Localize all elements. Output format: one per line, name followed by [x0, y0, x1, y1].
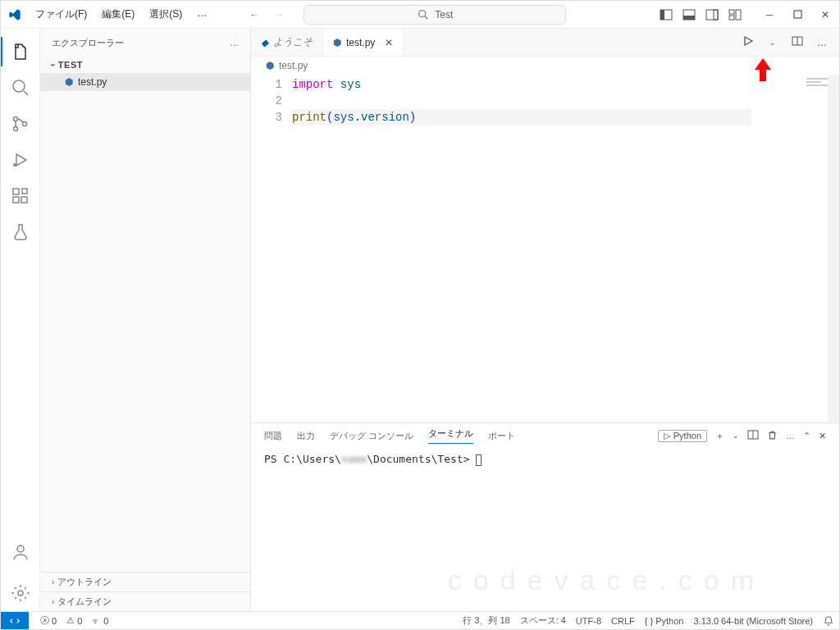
svg-rect-19	[13, 189, 19, 194]
tab-current-file[interactable]: ⬢ test.py ✕	[323, 29, 404, 56]
status-language[interactable]: { } Python	[640, 616, 689, 626]
layout-sidebar-left-icon[interactable]	[655, 4, 677, 25]
svg-point-18	[13, 163, 16, 167]
svg-point-16	[22, 122, 26, 126]
editor-more-icon[interactable]: …	[813, 37, 831, 48]
svg-rect-22	[22, 189, 27, 194]
svg-line-1	[425, 16, 427, 19]
menu-file[interactable]: ファイル(F)	[29, 4, 94, 25]
nav-back-icon[interactable]: ←	[246, 9, 262, 21]
activity-account-icon[interactable]	[1, 534, 40, 570]
status-eol[interactable]: CRLF	[606, 616, 640, 626]
sidebar-outline[interactable]: ›アウトライン	[40, 572, 250, 591]
activity-debug-icon[interactable]	[1, 142, 40, 178]
close-tab-icon[interactable]: ✕	[385, 37, 393, 48]
svg-point-23	[17, 546, 24, 552]
breadcrumb-file[interactable]: test.py	[279, 60, 308, 71]
activity-explorer-icon[interactable]	[1, 34, 40, 70]
activity-search-icon[interactable]	[1, 70, 40, 106]
panel-maximize-icon[interactable]: ⌃	[803, 431, 810, 441]
svg-point-12	[13, 80, 25, 92]
svg-rect-3	[660, 10, 664, 20]
status-errors[interactable]: ⓧ0	[35, 614, 62, 627]
layout-sidebar-right-icon[interactable]	[701, 4, 723, 25]
activity-settings-icon[interactable]	[1, 575, 40, 611]
svg-rect-9	[736, 10, 741, 20]
window-minimize-icon[interactable]: ─	[756, 1, 783, 29]
folder-root[interactable]: ›TEST	[40, 57, 250, 73]
activity-testing-icon[interactable]	[1, 214, 40, 250]
svg-rect-5	[683, 16, 695, 20]
scrollbar[interactable]	[828, 75, 839, 422]
panel-tab-output[interactable]: 出力	[297, 430, 315, 442]
status-warnings[interactable]: ⚠0	[62, 615, 87, 626]
svg-line-13	[24, 91, 28, 95]
svg-rect-11	[794, 11, 801, 18]
new-terminal-icon[interactable]: ＋	[715, 430, 724, 442]
remote-indicator[interactable]	[1, 612, 29, 630]
vscode-logo-icon	[1, 8, 29, 21]
status-cursor-position[interactable]: 行 3、列 18	[458, 614, 514, 627]
line-gutter: 1 2 3	[251, 75, 292, 422]
svg-marker-17	[16, 154, 26, 166]
panel-more-icon[interactable]: …	[786, 431, 795, 441]
svg-rect-21	[21, 197, 27, 203]
panel-tab-debug[interactable]: デバッグ コンソール	[330, 430, 413, 442]
svg-rect-7	[714, 10, 718, 20]
sidebar-timeline[interactable]: ›タイムライン	[40, 591, 250, 611]
kill-terminal-icon[interactable]	[767, 430, 778, 442]
activity-extensions-icon[interactable]	[1, 178, 40, 214]
status-interpreter[interactable]: 3.13.0 64-bit (Microsoft Store)	[688, 616, 818, 626]
svg-point-14	[13, 117, 17, 121]
terminal-content[interactable]: PS C:\Users\name\Documents\Test>	[251, 448, 839, 471]
vscode-icon: ◆	[261, 37, 268, 48]
nav-forward-icon[interactable]: →	[271, 9, 287, 21]
layout-panel-icon[interactable]	[678, 4, 700, 25]
code-editor[interactable]: 1 2 3 import sys print(sys.version)	[251, 75, 839, 422]
panel-close-icon[interactable]: ✕	[819, 431, 826, 441]
svg-rect-6	[706, 10, 718, 20]
split-terminal-icon[interactable]	[747, 429, 759, 442]
menu-edit[interactable]: 編集(E)	[95, 4, 141, 25]
svg-point-15	[13, 127, 17, 131]
terminal-dropdown-icon[interactable]: ⌄	[733, 431, 739, 440]
chevron-down-icon: ›	[48, 64, 57, 67]
split-editor-icon[interactable]	[788, 35, 806, 49]
status-notifications-icon[interactable]	[818, 615, 839, 627]
window-close-icon[interactable]: ✕	[811, 1, 839, 29]
shell-icon: ▷	[664, 431, 670, 441]
panel-tab-ports[interactable]: ポート	[488, 430, 515, 442]
terminal-cursor	[476, 454, 482, 466]
chevron-right-icon: ›	[52, 578, 54, 587]
python-file-icon: ⬢	[333, 37, 341, 48]
chevron-right-icon: ›	[52, 597, 54, 606]
sidebar-more-icon[interactable]: …	[230, 38, 239, 48]
menu-more[interactable]: …	[190, 4, 213, 25]
run-button[interactable]	[739, 35, 757, 49]
window-maximize-icon[interactable]	[783, 1, 811, 29]
svg-marker-25	[745, 37, 752, 45]
code-content[interactable]: import sys print(sys.version)	[292, 75, 839, 422]
status-ports[interactable]: ᯤ0	[87, 616, 113, 626]
tab-welcome[interactable]: ◆ ようこそ	[251, 29, 323, 56]
command-center[interactable]: Test	[304, 5, 566, 25]
svg-rect-20	[13, 197, 19, 203]
antenna-icon: ᯤ	[92, 616, 101, 626]
search-text: Test	[435, 9, 453, 21]
run-dropdown-icon[interactable]: ⌄	[764, 39, 782, 47]
menu-select[interactable]: 選択(S)	[143, 4, 189, 25]
error-icon: ⓧ	[40, 614, 49, 627]
file-item[interactable]: ⬢ test.py	[40, 73, 250, 91]
panel-tab-problems[interactable]: 問題	[264, 430, 282, 442]
activity-scm-icon[interactable]	[1, 106, 40, 142]
warning-icon: ⚠	[66, 615, 75, 626]
sidebar-title: エクスプローラー	[52, 37, 124, 49]
status-encoding[interactable]: UTF-8	[571, 616, 606, 626]
status-indentation[interactable]: スペース: 4	[515, 614, 571, 627]
customize-layout-icon[interactable]	[724, 4, 746, 25]
svg-point-24	[18, 591, 23, 596]
svg-rect-8	[729, 10, 734, 14]
terminal-shell-selector[interactable]: ▷Python	[658, 430, 707, 442]
svg-rect-10	[729, 16, 734, 20]
panel-tab-terminal[interactable]: ターミナル	[428, 427, 473, 444]
